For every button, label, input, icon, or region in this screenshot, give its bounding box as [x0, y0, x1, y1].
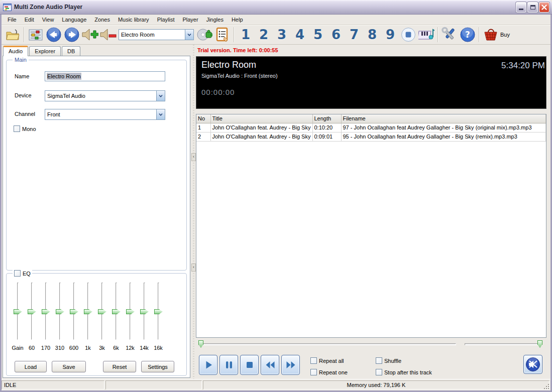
device-dropdown[interactable]: SigmaTel Audio [45, 90, 165, 101]
eq-slider-6k[interactable] [116, 283, 117, 340]
remove-zone-button[interactable] [99, 26, 117, 43]
jingles-pad-button[interactable] [213, 26, 232, 43]
next-zone-button[interactable] [63, 26, 81, 43]
tab-audio[interactable]: Audio [3, 46, 28, 56]
minimize-button[interactable] [516, 2, 526, 13]
menu-zones[interactable]: Zones [90, 15, 114, 24]
maximize-button[interactable] [527, 2, 538, 13]
eq-thumb-170[interactable] [42, 309, 50, 314]
volume-slider[interactable] [465, 340, 542, 348]
menu-jingles[interactable]: Jingles [202, 15, 228, 24]
eq-slider-12k[interactable] [130, 283, 131, 340]
eq-thumb-1k[interactable] [84, 309, 92, 314]
menu-music-library[interactable]: Music library [114, 15, 153, 24]
menu-language[interactable]: Language [58, 15, 90, 24]
play-button[interactable] [199, 355, 217, 375]
tab-db[interactable]: DB [62, 46, 80, 56]
eq-slider-1k[interactable] [87, 283, 89, 340]
music-library-button[interactable] [195, 26, 213, 43]
eq-thumb-60[interactable] [28, 309, 36, 314]
help-button[interactable]: ? [459, 26, 477, 43]
zone-6-button[interactable]: 6 [327, 26, 345, 43]
settings-tools-button[interactable] [440, 26, 459, 43]
playlist-row[interactable]: 1John O'Callaghan feat. Audrey - Big Sky… [196, 123, 546, 132]
zone-3-button[interactable]: 3 [273, 26, 291, 43]
splitter-collapse-top-button[interactable]: ‹ [191, 153, 196, 161]
zones-panel-button[interactable] [27, 26, 45, 43]
stop-after-track-checkbox[interactable] [376, 369, 382, 375]
eq-thumb-14k[interactable] [140, 309, 149, 314]
panel-splitter[interactable]: ‹ ‹ [191, 45, 196, 379]
eq-thumb-6k[interactable] [112, 309, 121, 314]
eq-thumb-gain[interactable] [14, 309, 22, 314]
mono-checkbox[interactable] [14, 125, 20, 132]
shuffle-checkbox[interactable] [376, 357, 382, 364]
transport-controls [199, 355, 300, 377]
resize-grip[interactable] [543, 383, 549, 389]
device-value: SigmaTel Audio [45, 93, 156, 99]
column-header-filename[interactable]: Filename [341, 114, 546, 123]
zone-1-button[interactable]: 1 [237, 26, 255, 43]
stop-all-zones-button[interactable] [399, 26, 417, 43]
save-button[interactable]: Save [52, 361, 86, 372]
menu-view[interactable]: View [38, 15, 58, 24]
zone-2-button[interactable]: 2 [255, 26, 273, 43]
eq-thumb-3k[interactable] [98, 309, 106, 314]
zone-5-button[interactable]: 5 [309, 26, 327, 43]
mute-button[interactable] [523, 355, 542, 374]
splitter-collapse-bottom-button[interactable]: ‹ [191, 264, 196, 272]
eq-thumb-310[interactable] [56, 309, 64, 314]
stop-button[interactable] [240, 355, 259, 375]
column-header-length[interactable]: Length [312, 114, 341, 123]
eq-slider-gain[interactable] [17, 283, 19, 340]
eq-thumb-16k[interactable] [154, 309, 163, 314]
column-header-title[interactable]: Title [210, 114, 312, 123]
channel-dropdown-arrow[interactable] [156, 109, 165, 119]
seek-slider[interactable] [198, 340, 456, 348]
column-header-no[interactable]: No [196, 114, 210, 123]
zone-selector-dropdown[interactable]: Electro Room [119, 29, 194, 40]
playlist-row[interactable]: 2John O'Callaghan feat. Audrey - Big Sky… [196, 132, 546, 141]
zone-name-input[interactable]: Electro Room [45, 71, 165, 81]
tab-explorer[interactable]: Explorer [29, 46, 61, 56]
menu-help[interactable]: Help [228, 15, 247, 24]
reset-button[interactable]: Reset [103, 361, 136, 372]
volume-thumb[interactable] [537, 340, 542, 348]
eq-slider-600[interactable] [73, 283, 75, 340]
menu-player[interactable]: Player [178, 15, 202, 24]
zone-9-button[interactable]: 9 [381, 26, 399, 43]
close-button[interactable] [539, 2, 549, 13]
eq-slider-14k[interactable] [144, 283, 145, 340]
repeat-all-checkbox[interactable] [310, 357, 317, 364]
repeat-one-checkbox[interactable] [310, 369, 317, 375]
previous-track-button[interactable] [261, 355, 279, 375]
eq-slider-16k[interactable] [158, 283, 159, 340]
jingles-player-button[interactable] [417, 26, 435, 43]
previous-zone-button[interactable] [45, 26, 63, 43]
eq-thumb-600[interactable] [70, 309, 78, 314]
eq-thumb-12k[interactable] [126, 309, 135, 314]
menu-edit[interactable]: Edit [21, 15, 38, 24]
eq-slider-310[interactable] [59, 283, 61, 340]
shuffle-label: Shuffle [384, 358, 401, 364]
zone-4-button[interactable]: 4 [291, 26, 309, 43]
menu-file[interactable]: File [4, 15, 21, 24]
zone-8-button[interactable]: 8 [363, 26, 381, 43]
channel-dropdown[interactable]: Front [45, 109, 165, 120]
buy-button[interactable]: Buy [483, 27, 510, 42]
zone-7-button[interactable]: 7 [345, 26, 363, 43]
open-folder-button[interactable] [4, 26, 22, 43]
device-dropdown-arrow[interactable] [156, 91, 165, 101]
settings-button[interactable]: Settings [141, 361, 174, 372]
zone-selector-arrow-button[interactable] [185, 30, 193, 40]
pause-button[interactable] [219, 355, 238, 375]
eq-slider-3k[interactable] [101, 283, 103, 340]
eq-slider-60[interactable] [31, 283, 33, 340]
seek-thumb[interactable] [198, 340, 203, 348]
eq-enable-checkbox[interactable] [14, 270, 21, 277]
menu-playlist[interactable]: Playlist [153, 15, 179, 24]
add-zone-button[interactable] [81, 26, 99, 43]
next-track-button[interactable] [281, 355, 300, 375]
load-button[interactable]: Load [15, 361, 47, 372]
eq-slider-170[interactable] [45, 283, 47, 340]
